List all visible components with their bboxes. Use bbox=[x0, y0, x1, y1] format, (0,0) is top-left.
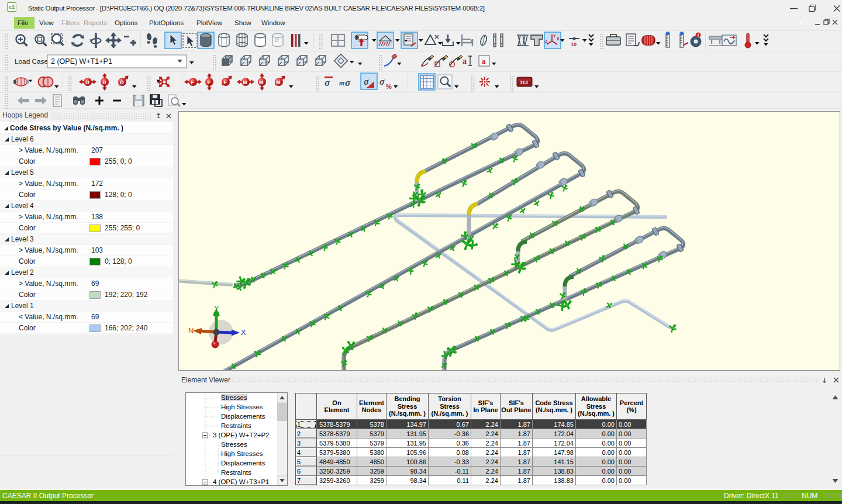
svg-text:Y: Y bbox=[214, 304, 219, 313]
svg-text:X: X bbox=[557, 37, 560, 41]
svg-text:m: m bbox=[339, 79, 344, 87]
svg-text:a: a bbox=[482, 57, 486, 65]
svg-text:F: F bbox=[191, 80, 195, 85]
svg-text:2 (OPE) W+T1+P1: 2 (OPE) W+T1+P1 bbox=[51, 57, 112, 65]
svg-text:σ: σ bbox=[325, 77, 330, 88]
svg-text:X: X bbox=[241, 328, 246, 337]
svg-text:M: M bbox=[243, 80, 247, 85]
svg-text:Load Case: Load Case bbox=[15, 57, 48, 65]
svg-text:Z: Z bbox=[545, 39, 548, 43]
svg-text:σ: σ bbox=[379, 77, 385, 87]
svg-text:σ: σ bbox=[345, 77, 351, 88]
svg-text:113: 113 bbox=[520, 80, 528, 85]
svg-text:%: % bbox=[386, 83, 392, 90]
svg-text:D: D bbox=[120, 80, 124, 85]
svg-text:F: F bbox=[208, 80, 211, 85]
svg-text:M: M bbox=[259, 80, 264, 85]
svg-text:10: 10 bbox=[571, 42, 577, 47]
svg-text:N: N bbox=[188, 326, 194, 335]
svg-text:a: a bbox=[463, 57, 467, 65]
svg-text:F: F bbox=[224, 80, 227, 85]
svg-text:σ: σ bbox=[364, 77, 369, 87]
svg-text:D: D bbox=[85, 80, 89, 85]
svg-text:D: D bbox=[102, 80, 106, 85]
svg-text:M: M bbox=[276, 80, 281, 85]
svg-text:Y: Y bbox=[553, 34, 556, 38]
